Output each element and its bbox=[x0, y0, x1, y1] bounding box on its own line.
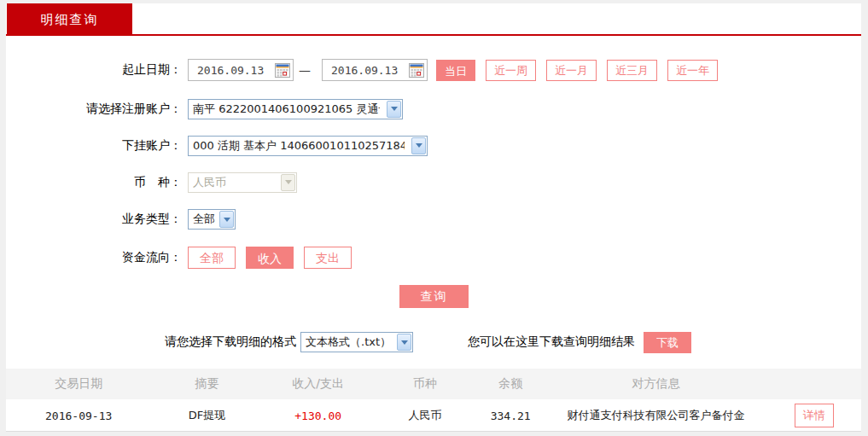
date-to-value: 2016.09.13 bbox=[331, 64, 409, 77]
fund-flow-income-button[interactable]: 收入 bbox=[246, 247, 294, 269]
fund-flow-expense-button[interactable]: 支出 bbox=[304, 247, 352, 269]
date-range-label: 起止日期： bbox=[6, 62, 182, 78]
currency-row: 币 种： 人民币 bbox=[6, 171, 861, 193]
register-account-label: 请选择注册账户： bbox=[6, 102, 182, 117]
register-account-row: 请选择注册账户： 南平 6222001406100921065 灵通卡 bbox=[6, 98, 861, 119]
sub-account-label: 下挂账户： bbox=[6, 138, 182, 154]
cell-summary: DF提现 bbox=[151, 408, 262, 423]
table-header-date: 交易日期 bbox=[6, 376, 151, 392]
chevron-down-icon[interactable] bbox=[397, 334, 411, 351]
download-format-select[interactable]: 文本格式（.txt） bbox=[300, 332, 413, 352]
sub-account-row: 下挂账户： 000 活期 基本户 1406600101102571848 bbox=[6, 135, 861, 156]
register-account-select[interactable]: 南平 6222001406100921065 灵通卡 bbox=[188, 99, 403, 119]
fund-flow-all-button[interactable]: 全部 bbox=[188, 247, 236, 269]
chevron-down-icon[interactable] bbox=[219, 211, 234, 228]
cell-currency: 人民币 bbox=[374, 408, 476, 423]
detail-button[interactable]: 详情 bbox=[795, 404, 834, 427]
date-from-input[interactable]: 2016.09.13 bbox=[188, 59, 294, 81]
table-header-currency: 币种 bbox=[374, 376, 476, 392]
content-panel: 明细查询 起止日期： 2016.09.13 — 2016.09. bbox=[6, 3, 861, 432]
cell-transaction-date: 2016-09-13 bbox=[6, 410, 151, 422]
table-header-balance: 余额 bbox=[476, 376, 545, 392]
table-row: 2016-09-13 DF提现 +130.00 人民币 334.21 财付通支付… bbox=[6, 399, 861, 432]
download-row: 请您选择下载明细的格式 文本格式（.txt） 您可以在这里下载查询明细结果 下载 bbox=[6, 331, 861, 353]
download-button[interactable]: 下载 bbox=[644, 332, 691, 353]
download-format-label: 请您选择下载明细的格式 bbox=[165, 334, 296, 350]
quick-range-month-button[interactable]: 近一月 bbox=[546, 60, 597, 81]
chevron-down-icon[interactable] bbox=[387, 101, 401, 118]
table-header-counterparty: 对方信息 bbox=[545, 376, 767, 392]
quick-range-week-button[interactable]: 近一周 bbox=[486, 60, 536, 81]
register-account-value: 南平 6222001406100921065 灵通卡 bbox=[193, 102, 380, 117]
cell-amount: +130.00 bbox=[263, 410, 374, 422]
fund-flow-label: 资金流向： bbox=[6, 250, 182, 265]
quick-range-today-button[interactable]: 当日 bbox=[436, 60, 475, 81]
fund-flow-row: 资金流向： 全部 收入 支出 bbox=[6, 246, 861, 269]
table-header-amount: 收入/支出 bbox=[263, 376, 374, 392]
sub-account-value: 000 活期 基本户 1406600101102571848 bbox=[193, 138, 405, 154]
cell-counterparty: 财付通支付科技有限公司客户备付金 bbox=[545, 408, 767, 423]
tab-detail-query[interactable]: 明细查询 bbox=[7, 3, 132, 36]
table-header-summary: 摘要 bbox=[151, 376, 262, 392]
sub-account-select[interactable]: 000 活期 基本户 1406600101102571848 bbox=[188, 136, 428, 156]
business-type-select[interactable]: 全部 bbox=[188, 209, 236, 230]
download-format-value: 文本格式（.txt） bbox=[306, 334, 390, 350]
cell-balance: 334.21 bbox=[476, 410, 545, 422]
calendar-icon[interactable] bbox=[275, 63, 290, 78]
chevron-down-icon[interactable] bbox=[411, 137, 426, 154]
currency-label: 币 种： bbox=[6, 175, 182, 190]
query-button[interactable]: 查询 bbox=[399, 285, 469, 308]
tab-bar: 明细查询 bbox=[6, 3, 861, 36]
currency-select: 人民币 bbox=[188, 172, 297, 193]
business-type-row: 业务类型： 全部 bbox=[6, 209, 861, 230]
business-type-label: 业务类型： bbox=[6, 212, 182, 227]
date-to-input[interactable]: 2016.09.13 bbox=[322, 59, 428, 81]
download-hint: 您可以在这里下载查询明细结果 bbox=[468, 334, 635, 350]
quick-range-3months-button[interactable]: 近三月 bbox=[607, 60, 657, 81]
table-header-row: 交易日期 摘要 收入/支出 币种 余额 对方信息 bbox=[6, 369, 861, 399]
currency-value: 人民币 bbox=[193, 175, 274, 190]
date-range-row: 起止日期： 2016.09.13 — 2016.09.13 bbox=[6, 58, 861, 82]
date-from-value: 2016.09.13 bbox=[197, 64, 275, 77]
business-type-value: 全部 bbox=[193, 212, 218, 227]
chevron-down-icon bbox=[281, 174, 295, 191]
date-range-separator: — bbox=[299, 63, 311, 77]
calendar-icon[interactable] bbox=[409, 63, 424, 78]
quick-range-year-button[interactable]: 近一年 bbox=[667, 60, 718, 81]
